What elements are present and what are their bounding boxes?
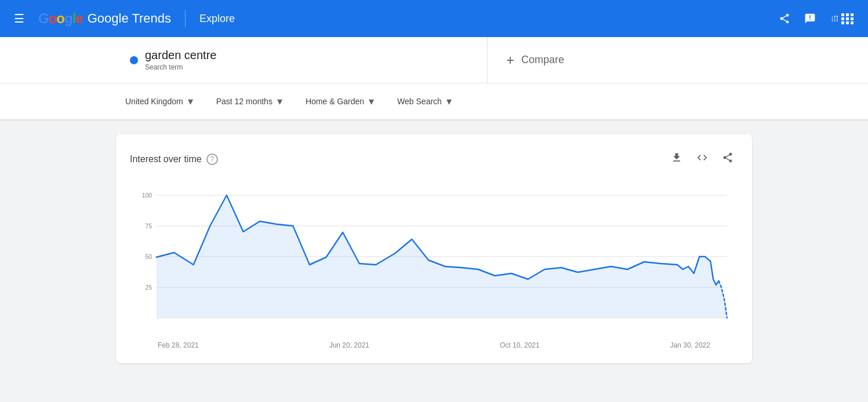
region-label: United Kingdom (125, 97, 183, 106)
search-type-chevron-icon: ▾ (446, 95, 452, 108)
logo-text: Google Trends (88, 11, 171, 26)
category-label: Home & Garden (306, 97, 364, 106)
header-divider (185, 10, 186, 27)
chart-title: Interest over time (130, 154, 202, 165)
apps-button[interactable] (825, 8, 859, 29)
svg-text:100: 100 (142, 192, 152, 199)
time-range-filter[interactable]: Past 12 months ▾ (207, 90, 292, 112)
category-chevron-icon: ▾ (369, 95, 374, 108)
search-type-filter[interactable]: Web Search ▾ (388, 90, 461, 112)
time-range-chevron-icon: ▾ (277, 95, 282, 108)
feedback-button[interactable] (800, 8, 820, 29)
search-term-dot (130, 56, 138, 64)
x-label-2: Jun 20, 2021 (329, 341, 369, 349)
x-label-3: Oct 10, 2021 (500, 341, 540, 349)
main-content: Interest over time ? (0, 120, 868, 377)
trend-chart: 100 75 50 25 (130, 184, 738, 334)
time-range-label: Past 12 months (216, 97, 273, 106)
svg-text:75: 75 (145, 222, 152, 229)
menu-icon[interactable]: ☰ (9, 7, 29, 30)
region-chevron-icon: ▾ (188, 95, 193, 108)
chart-container: 100 75 50 25 Feb 28, 2021 Jun 20, 2021 O… (130, 184, 738, 349)
google-logo-icon: Google (38, 10, 83, 27)
header-logo: Google Google Trends (38, 10, 171, 27)
explore-title: Explore (199, 13, 235, 25)
compare-section[interactable]: + Compare (488, 37, 868, 83)
search-term-name: garden centre (145, 49, 216, 62)
filters-bar: United Kingdom ▾ Past 12 months ▾ Home &… (0, 83, 868, 120)
download-button[interactable] (666, 148, 687, 170)
chart-header: Interest over time ? (130, 148, 738, 170)
search-term-section: garden centre Search term (116, 37, 488, 83)
svg-text:25: 25 (145, 284, 152, 291)
region-filter[interactable]: United Kingdom ▾ (116, 90, 202, 112)
x-axis-labels: Feb 28, 2021 Jun 20, 2021 Oct 10, 2021 J… (130, 337, 738, 349)
chart-title-row: Interest over time ? (130, 154, 218, 165)
share-button[interactable] (774, 8, 795, 29)
x-label-4: Jan 30, 2022 (670, 341, 710, 349)
chart-actions (666, 148, 738, 170)
compare-plus-icon: + (506, 52, 514, 68)
svg-text:50: 50 (145, 253, 152, 260)
embed-button[interactable] (692, 148, 713, 170)
header-actions (774, 8, 859, 29)
help-icon[interactable]: ? (206, 154, 218, 165)
search-area: garden centre Search term + Compare (0, 37, 868, 83)
search-type-label: Web Search (397, 97, 442, 106)
interest-over-time-card: Interest over time ? (116, 134, 752, 363)
category-filter[interactable]: Home & Garden ▾ (296, 90, 383, 112)
search-term-info: garden centre Search term (145, 49, 216, 71)
share-chart-button[interactable] (717, 148, 738, 170)
search-term-type: Search term (145, 63, 216, 71)
app-header: ☰ Google Google Trends Explore (0, 0, 868, 37)
x-label-1: Feb 28, 2021 (158, 341, 199, 349)
compare-label: Compare (521, 54, 564, 66)
